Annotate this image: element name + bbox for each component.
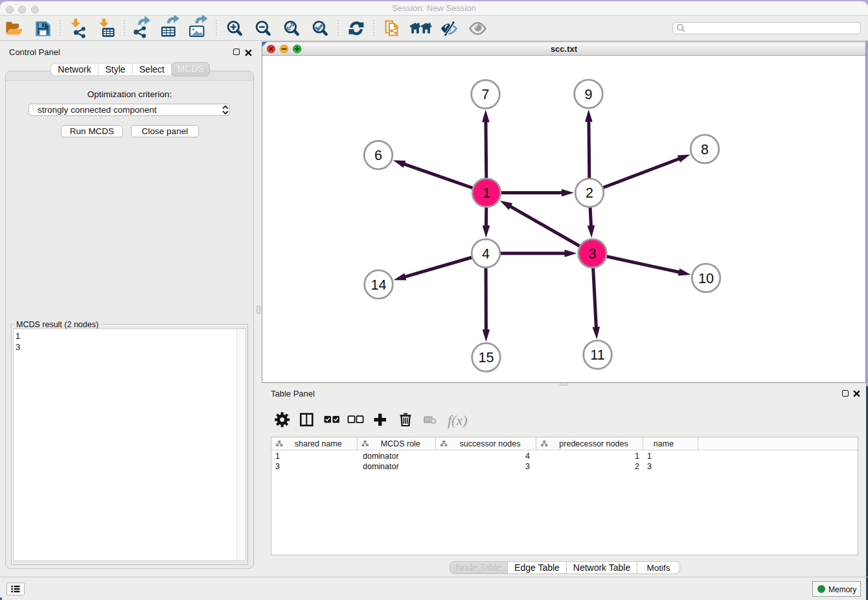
svg-text:name: name bbox=[654, 439, 674, 448]
svg-text:15: 15 bbox=[479, 350, 494, 365]
svg-text:2: 2 bbox=[586, 185, 593, 201]
svg-text:2: 2 bbox=[635, 462, 639, 471]
svg-text:3: 3 bbox=[525, 462, 530, 471]
svg-text:14: 14 bbox=[371, 277, 387, 293]
svg-text:6: 6 bbox=[374, 148, 382, 163]
svg-text:3: 3 bbox=[589, 246, 597, 262]
svg-text:MCDS role: MCDS role bbox=[381, 439, 420, 448]
svg-text:10: 10 bbox=[698, 271, 714, 286]
svg-text:dominator: dominator bbox=[363, 462, 399, 471]
svg-text:3: 3 bbox=[647, 462, 652, 471]
svg-text:dominator: dominator bbox=[363, 452, 399, 461]
svg-text:predecessor nodes: predecessor nodes bbox=[559, 439, 628, 448]
svg-text:successor nodes: successor nodes bbox=[460, 439, 521, 448]
svg-text:1: 1 bbox=[635, 452, 639, 461]
svg-text:11: 11 bbox=[590, 347, 604, 363]
svg-text:3: 3 bbox=[275, 462, 280, 471]
svg-text:f(x): f(x) bbox=[448, 412, 468, 428]
svg-text:4: 4 bbox=[482, 246, 490, 262]
svg-text:4: 4 bbox=[525, 452, 530, 461]
svg-text:7: 7 bbox=[482, 87, 490, 102]
svg-text:1: 1 bbox=[483, 185, 490, 201]
svg-text:1: 1 bbox=[647, 452, 652, 461]
svg-text:9: 9 bbox=[585, 87, 593, 102]
svg-text:1: 1 bbox=[275, 452, 280, 461]
svg-text:shared name: shared name bbox=[295, 439, 342, 448]
svg-text:8: 8 bbox=[701, 142, 709, 157]
